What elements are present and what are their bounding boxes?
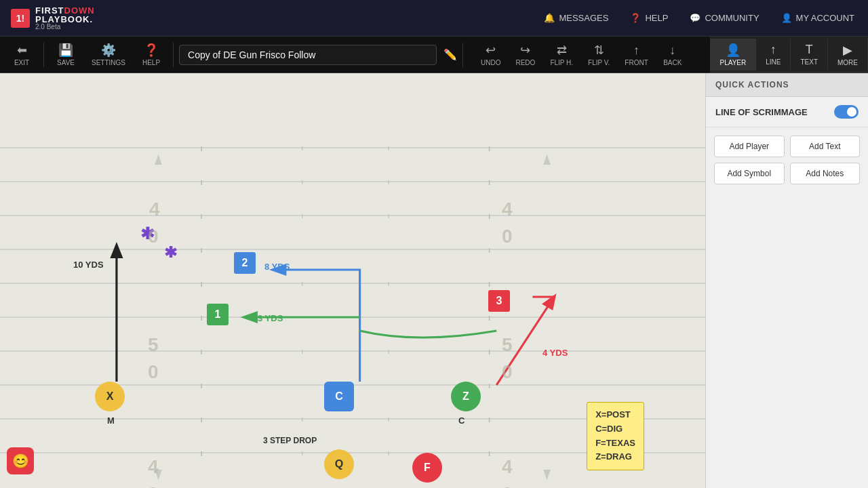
save-button[interactable]: 💾 SAVE [50, 40, 82, 69]
los-toggle[interactable] [834, 105, 859, 119]
undo-button[interactable]: ↩ UNDO [474, 40, 507, 69]
yard-num-right-40c: 0 [502, 483, 513, 488]
top-nav: 1! FIRSTDOWN PLAYBOOK. 2.0 Beta 🔔 MESSAG… [0, 0, 868, 37]
redo-label: REDO [515, 59, 535, 66]
undo-icon: ↩ [486, 43, 496, 58]
player-x[interactable]: X [95, 382, 125, 411]
yard-num-left-50b: 0 [148, 361, 159, 383]
route-box-2[interactable]: 2 [234, 252, 256, 274]
legend-line3: F=TEXAS [595, 436, 635, 451]
right-tools: 👤 PLAYER ↑ LINE T TEXT ▶ MORE [710, 37, 868, 73]
route-box-1[interactable]: 1 [207, 304, 229, 325]
add-notes-button[interactable]: Add Notes [790, 163, 861, 184]
back-button[interactable]: ↓ BACK [656, 41, 689, 69]
los-section: LINE OF SCRIMMAGE [706, 97, 868, 127]
logo-area: 1! FIRSTDOWN PLAYBOOK. 2.0 Beta [0, 6, 122, 30]
add-text-button[interactable]: Add Text [790, 136, 861, 157]
help-nav-label: HELP [645, 13, 668, 23]
help-button[interactable]: ❓ HELP [135, 40, 167, 69]
more-icon: ▶ [843, 43, 852, 58]
ann-3yds: 3 YDS [258, 313, 283, 323]
player-z[interactable]: Z [451, 382, 481, 411]
svg-marker-47 [543, 470, 551, 480]
account-icon: 👤 [781, 13, 792, 23]
logo-text: FIRSTDOWN PLAYBOOK. 2.0 Beta [35, 6, 95, 30]
right-panel: QUICK ACTIONS LINE OF SCRIMMAGE Add Play… [705, 73, 868, 488]
player-icon: 👤 [726, 43, 741, 58]
redo-icon: ↪ [520, 43, 530, 58]
yard-num-left-40c: 0 [148, 483, 159, 488]
messages-label: MESSAGES [559, 13, 608, 23]
chat-button[interactable]: 😊 [7, 447, 34, 474]
svg-marker-45 [543, 155, 551, 165]
add-player-button[interactable]: Add Player [714, 136, 785, 157]
exit-icon: ⬅ [17, 43, 27, 58]
yard-num-right-50b: 0 [502, 361, 513, 383]
help-label: HELP [142, 59, 160, 66]
line-icon: ↑ [770, 43, 776, 57]
player-c[interactable]: C [324, 382, 354, 411]
bell-icon: 🔔 [544, 13, 555, 23]
front-button[interactable]: ↑ FRONT [618, 41, 654, 69]
flip-h-button[interactable]: ⇄ FLIP H. [543, 40, 580, 69]
toolbar: ⬅ EXIT 💾 SAVE ⚙️ SETTINGS ❓ HELP ✏️ ↩ UN… [0, 37, 710, 73]
flip-v-icon: ⇅ [594, 43, 604, 58]
settings-button[interactable]: ⚙️ SETTINGS [85, 40, 132, 69]
flip-v-button[interactable]: ⇅ FLIP V. [581, 40, 616, 69]
chat-icon: 😊 [12, 453, 29, 469]
redo-button[interactable]: ↪ REDO [509, 40, 542, 69]
settings-label: SETTINGS [92, 59, 125, 66]
add-symbol-button[interactable]: Add Symbol [714, 163, 785, 184]
yard-num-right-50: 5 [502, 334, 513, 356]
line-tool-button[interactable]: ↑ LINE [756, 39, 791, 70]
action-tools: ↩ UNDO ↪ REDO ⇄ FLIP H. ⇅ FLIP V. ↑ FRON… [474, 40, 689, 69]
help-nav[interactable]: ❓ HELP [630, 13, 668, 23]
divider2 [173, 43, 174, 67]
front-icon: ↑ [633, 43, 639, 58]
yard-num-right-40-bot: 4 [502, 456, 513, 478]
save-label: SAVE [57, 59, 75, 66]
los-label: LINE OF SCRIMMAGE [715, 107, 808, 117]
player-x-sublabel: M [107, 415, 115, 426]
brand-name2: PLAYBOOK. [35, 15, 95, 24]
ann-10yds: 10 YDS [73, 260, 104, 270]
legend-line1: X=POST [595, 408, 635, 422]
panel-actions: Add Player Add Text Add Symbol Add Notes [706, 127, 868, 192]
help-icon: ❓ [630, 13, 641, 23]
player-q[interactable]: Q [324, 449, 354, 479]
flip-v-label: FLIP V. [588, 59, 610, 66]
undo-label: UNDO [481, 59, 500, 66]
player-f[interactable]: F [412, 453, 442, 483]
community-icon: 💬 [690, 13, 701, 23]
yard-num-right-40b: 0 [502, 226, 513, 247]
legend-line2: C=DIG [595, 422, 635, 436]
player-tool-button[interactable]: 👤 PLAYER [710, 39, 756, 70]
front-label: FRONT [625, 59, 648, 66]
exit-button[interactable]: ⬅ EXIT [5, 40, 38, 69]
text-tool-button[interactable]: T TEXT [791, 39, 828, 70]
save-icon: 💾 [58, 43, 73, 58]
route-box-3[interactable]: 3 [488, 290, 510, 312]
main-content: ✱ ✱ 4 0 5 0 4 0 4 0 5 0 4 0 2 1 3 X C Z … [0, 73, 868, 488]
yard-num-left-50: 5 [148, 334, 159, 356]
play-title-input[interactable] [179, 45, 437, 65]
community-label: COMMUNITY [705, 13, 759, 23]
more-tool-button[interactable]: ▶ MORE [828, 39, 868, 70]
yard-num-right-40-top: 4 [502, 199, 513, 220]
exit-label: EXIT [14, 59, 29, 66]
back-label: BACK [663, 59, 682, 66]
flip-h-label: FLIP H. [550, 59, 573, 66]
version-label: 2.0 Beta [35, 24, 95, 30]
yard-num-left-40-top: 4 [149, 199, 160, 220]
messages-nav[interactable]: 🔔 MESSAGES [544, 13, 608, 23]
legend-line4: Z=DRAG [595, 450, 635, 464]
help-icon: ❓ [144, 43, 159, 58]
divider1 [43, 43, 44, 67]
community-nav[interactable]: 💬 COMMUNITY [690, 13, 759, 23]
account-nav[interactable]: 👤 MY ACCOUNT [781, 13, 854, 23]
edit-icon[interactable]: ✏️ [443, 48, 457, 61]
player-z-sublabel: C [458, 415, 465, 426]
quick-actions-header: QUICK ACTIONS [706, 73, 868, 97]
svg-text:✱: ✱ [164, 244, 178, 261]
canvas-area[interactable]: ✱ ✱ 4 0 5 0 4 0 4 0 5 0 4 0 2 1 3 X C Z … [0, 73, 705, 488]
